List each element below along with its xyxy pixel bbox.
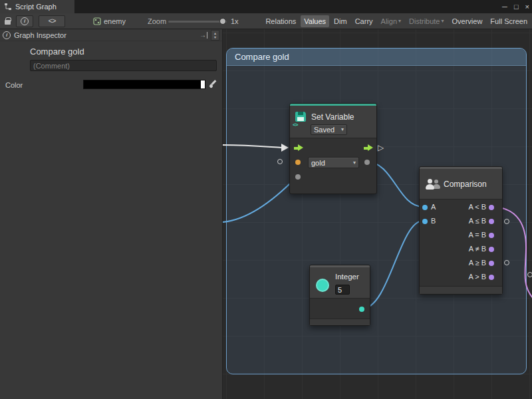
comparison-header[interactable]: Comparison (420, 169, 502, 200)
output-a-eq-b-port[interactable] (489, 233, 494, 238)
tab-title: Script Graph (15, 3, 57, 11)
graph-asset-icon (93, 17, 101, 25)
unconnected-port-indicator[interactable] (504, 260, 509, 265)
color-alpha-indicator (201, 80, 205, 88)
wire-value-in[interactable] (223, 176, 297, 222)
dim-button[interactable]: Dim (331, 15, 350, 27)
output-a-le-b-port[interactable] (489, 219, 494, 224)
variables-badge-icon: <> (293, 122, 298, 128)
variable-scope-value: Saved (314, 126, 334, 134)
code-icon: <> (48, 17, 55, 25)
input-a-label: A (431, 203, 436, 211)
maximize-icon[interactable]: □ (514, 0, 519, 13)
output-a-lt-b-label: A < B (468, 203, 486, 211)
tab-script-graph[interactable]: Script Graph (0, 0, 74, 13)
output-a-le-b-label: A ≤ B (469, 217, 486, 225)
zoom-slider-track[interactable] (168, 21, 227, 23)
integer-header[interactable]: Integer (310, 267, 370, 299)
output-a-ne-b-port[interactable] (489, 247, 494, 252)
relations-button[interactable]: Relations (262, 15, 299, 27)
lock-icon[interactable] (5, 20, 11, 25)
node-title: Comparison (444, 180, 487, 189)
graph-breadcrumb[interactable]: enemy (93, 16, 126, 27)
set-variable-header[interactable]: <> Set Variable Saved ▾ (290, 106, 376, 138)
window-titlebar: Script Graph ─ □ × (0, 0, 532, 13)
unconnected-port-indicator[interactable] (277, 159, 283, 164)
unconnected-port-indicator[interactable] (527, 272, 532, 277)
wire-integer-to-comparison-b[interactable] (362, 221, 423, 309)
distribute-label: Distribute (409, 17, 440, 25)
graph-inspector-panel: i Graph Inspector → ▴ ▾ Compare gold Col… (0, 29, 223, 399)
inspector-title: Graph Inspector (14, 31, 196, 39)
comparison-input-a-port[interactable] (422, 205, 428, 210)
output-a-gt-b-label: A > B (468, 273, 486, 281)
inspector-spinner[interactable]: ▴ ▾ (211, 30, 219, 41)
inspect-toggle-button[interactable]: i (16, 15, 33, 27)
graph-inspector-header: i Graph Inspector → ▴ ▾ (0, 29, 222, 41)
script-graph-icon (4, 3, 12, 11)
node-footer (420, 286, 502, 294)
info-icon: i (21, 17, 29, 25)
graph-toolbar: i <> enemy Zoom 1x Relations Values Dim … (0, 13, 532, 29)
comment-input[interactable] (30, 60, 217, 71)
color-label: Color (5, 81, 23, 89)
flow-input-port[interactable] (294, 144, 303, 152)
eyedropper-icon[interactable] (209, 80, 217, 88)
carry-button[interactable]: Carry (352, 15, 376, 27)
output-a-ge-b-label: A ≥ B (469, 259, 486, 267)
inspected-graph-title: Compare gold (30, 47, 84, 57)
values-button[interactable]: Values (301, 15, 329, 27)
chevron-down-icon: ▾ (398, 19, 401, 24)
wire-flow-in-arrowhead (281, 144, 289, 152)
graph-canvas[interactable]: Compare gold <> Set Variable Saved ▾ (223, 29, 532, 399)
code-toggle-button[interactable]: <> (39, 15, 65, 27)
node-title: Integer (335, 273, 359, 281)
full-screen-button[interactable]: Full Screen (487, 15, 531, 27)
value-output-port[interactable] (364, 160, 370, 165)
comparison-input-b-port[interactable] (422, 219, 428, 224)
variable-name-dropdown[interactable]: gold ▾ (308, 157, 359, 168)
output-a-eq-b-label: A = B (468, 231, 486, 239)
info-icon: i (3, 31, 11, 39)
graph-name-label: enemy (104, 17, 126, 25)
close-icon[interactable]: × (525, 0, 529, 13)
output-a-ge-b-port[interactable] (489, 261, 494, 266)
comparison-node[interactable]: Comparison A A < B B A ≤ B A = B A ≠ B (419, 166, 503, 295)
output-a-gt-b-port[interactable] (489, 275, 494, 280)
dock-icon[interactable]: → (200, 32, 207, 39)
window-controls: ─ □ × (502, 0, 529, 13)
unconnected-port-indicator[interactable] (504, 219, 509, 224)
variable-value-input-port[interactable] (295, 160, 301, 165)
integer-value-input[interactable] (335, 285, 350, 295)
variable-scope-dropdown[interactable]: Saved ▾ (311, 124, 347, 135)
fallback-input-port[interactable] (295, 174, 301, 180)
flow-continue-port-icon[interactable]: ▷ (378, 143, 384, 152)
input-b-label: B (431, 217, 436, 225)
variable-name-value: gold (311, 159, 325, 167)
overview-button[interactable]: Overview (449, 15, 486, 27)
integer-node[interactable]: Integer (309, 265, 370, 326)
chevron-down-icon: ▾ (341, 127, 344, 132)
align-label: Align (381, 17, 397, 25)
node-title: Set Variable (311, 112, 354, 122)
node-footer (310, 319, 370, 325)
zoom-slider[interactable] (168, 16, 227, 27)
align-button[interactable]: Align ▾ (378, 15, 404, 27)
set-variable-node[interactable]: <> Set Variable Saved ▾ gold ▾ (289, 103, 377, 194)
output-a-lt-b-port[interactable] (489, 205, 494, 210)
spinner-down-icon[interactable]: ▾ (214, 35, 216, 39)
chevron-down-icon: ▾ (353, 160, 356, 166)
distribute-button[interactable]: Distribute ▾ (406, 15, 447, 27)
zoom-slider-handle[interactable] (219, 18, 226, 25)
integer-output-port[interactable] (359, 307, 364, 312)
flow-output-port[interactable] (364, 144, 373, 152)
chevron-down-icon: ▾ (442, 19, 444, 24)
unity-script-graph-window: Script Graph ─ □ × i <> enemy Zoom (0, 0, 532, 399)
toolbar-actions: Relations Values Dim Carry Align ▾ Distr… (262, 13, 531, 29)
wire-flow-in[interactable] (223, 145, 281, 148)
color-swatch[interactable] (83, 80, 205, 89)
output-a-ne-b-label: A ≠ B (469, 245, 486, 253)
zoom-value: 1x (231, 17, 239, 25)
minimize-icon[interactable]: ─ (502, 0, 507, 13)
zoom-label: Zoom (148, 17, 166, 25)
